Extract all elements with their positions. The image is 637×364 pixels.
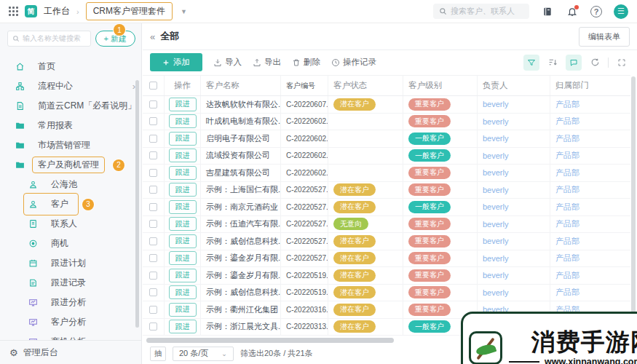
sort-icon[interactable] (545, 55, 561, 71)
dept-link[interactable]: 产品部 (555, 116, 579, 127)
table-row[interactable]: 跟进 启明电子有限公司 C-20220602... 一般客户 beverly 产… (143, 130, 630, 148)
sidebar-search-input[interactable]: 输入名称关键搜索 (7, 31, 91, 47)
chevron-down-icon[interactable]: ▼ (181, 8, 187, 15)
col-header-dept[interactable]: 归属部门 (550, 76, 630, 95)
fullscreen-icon[interactable] (614, 55, 630, 71)
follow-up-button[interactable]: 跟进 (169, 217, 197, 231)
row-checkbox[interactable] (149, 135, 157, 143)
sidebar-item-联系人[interactable]: 联系人 › (0, 214, 141, 234)
edit-form-button[interactable]: 编辑表单 (579, 27, 630, 47)
owner-link[interactable]: beverly (483, 254, 508, 263)
collapse-sidebar-icon[interactable]: « (150, 31, 154, 42)
delete-button[interactable]: 删除 (292, 57, 320, 68)
dept-link[interactable]: 产品部 (555, 167, 579, 178)
owner-link[interactable]: beverly (483, 288, 508, 297)
sidebar-item-admin[interactable]: ⚙ 管理后台 (0, 340, 141, 364)
follow-up-button[interactable]: 跟进 (169, 285, 197, 299)
sidebar-item-跟进计划[interactable]: 跟进计划 › (0, 253, 141, 273)
owner-link[interactable]: beverly (483, 134, 508, 143)
follow-up-button[interactable]: 跟进 (169, 183, 197, 197)
table-row[interactable]: 跟进 示例：伍迪汽车有限... C-20220527... 无意向 重要客户 b… (143, 216, 630, 234)
owner-link[interactable]: beverly (483, 186, 508, 194)
owner-link[interactable]: beverly (483, 117, 508, 126)
dept-link[interactable]: 产品部 (555, 270, 579, 281)
manual-icon[interactable] (541, 5, 554, 18)
sidebar-item-商机[interactable]: 商机 › (0, 234, 141, 253)
table-row[interactable]: 跟进 达孜帆软软件有限公... C-20220607... 潜在客户 重要客户 … (143, 96, 630, 114)
row-checkbox[interactable] (149, 272, 157, 280)
owner-link[interactable]: beverly (483, 220, 508, 229)
row-checkbox[interactable] (149, 203, 157, 211)
notification-bell-icon[interactable] (566, 5, 579, 18)
sidebar-item-简道云CRM「必看说明」[interactable]: 简道云CRM「必看说明」 › (0, 96, 141, 116)
avatar[interactable]: ☰ (614, 4, 628, 19)
comment-icon[interactable] (566, 55, 582, 71)
row-checkbox[interactable] (149, 169, 157, 177)
owner-link[interactable]: beverly (483, 100, 508, 108)
col-header-code[interactable]: 客户编号 (281, 76, 328, 95)
global-search-input[interactable]: 搜索客户、联系人 (433, 4, 529, 19)
follow-up-button[interactable]: 跟进 (169, 98, 197, 111)
sidebar-scrollbar[interactable] (135, 80, 139, 328)
sidebar-item-跟进分析[interactable]: 跟进分析 › (0, 293, 141, 312)
import-button[interactable]: 导入 (213, 57, 242, 68)
row-checkbox[interactable] (149, 186, 157, 194)
dept-link[interactable]: 产品部 (555, 236, 579, 247)
follow-up-button[interactable]: 跟进 (169, 200, 197, 214)
sidebar-item-客户分析[interactable]: 客户分析 › (0, 312, 141, 332)
vertical-scrollbar[interactable] (631, 76, 636, 317)
app-logo-icon[interactable]: 简 (25, 5, 37, 17)
row-checkbox[interactable] (149, 323, 157, 331)
dept-link[interactable]: 产品部 (555, 218, 579, 229)
sidebar-item-客户[interactable]: 客户 3 › (0, 194, 141, 214)
table-row[interactable]: 跟进 示例：上海国仁有限... C-20220527... 潜在客户 重要客户 … (143, 182, 630, 199)
row-checkbox[interactable] (149, 306, 157, 314)
export-button[interactable]: 导出 (253, 57, 281, 68)
app-launcher-icon[interactable] (9, 7, 18, 16)
sidebar-item-流程中心[interactable]: 流程中心 › (0, 76, 141, 96)
workspace-link[interactable]: 工作台 (44, 5, 70, 17)
follow-up-button[interactable]: 跟进 (169, 166, 197, 180)
row-checkbox[interactable] (149, 100, 157, 108)
table-row[interactable]: 跟进 吉星建筑有限公司 C-20220602... 重要客户 beverly 产… (143, 165, 630, 182)
sidebar-item-常用报表[interactable]: 常用报表 › (0, 116, 141, 135)
row-checkbox[interactable] (149, 220, 157, 228)
table-row[interactable]: 跟进 示例：威创信息科技... C-20220519... 潜在客户 重要客户 … (143, 285, 630, 302)
sidebar-item-公海池[interactable]: 公海池 › (0, 175, 141, 194)
add-button[interactable]: 添加 (150, 53, 202, 71)
dept-link[interactable]: 产品部 (555, 150, 579, 161)
sidebar-item-首页[interactable]: 首页 › (0, 57, 141, 76)
col-header-level[interactable]: 客户级别 (403, 76, 478, 95)
row-checkbox[interactable] (149, 117, 157, 125)
dept-link[interactable]: 产品部 (555, 202, 579, 213)
follow-up-button[interactable]: 跟进 (169, 114, 197, 128)
row-checkbox[interactable] (149, 151, 157, 159)
follow-up-button[interactable]: 跟进 (169, 234, 197, 248)
table-row[interactable]: 跟进 示例：鎏金岁月有限... C-20220519... 潜在客户 重要客户 … (143, 267, 630, 285)
help-icon[interactable]: ? (590, 6, 602, 17)
operation-log-button[interactable]: 操作记录 (331, 57, 376, 68)
col-header-name[interactable]: 客户名称 (201, 76, 281, 95)
row-checkbox[interactable] (149, 237, 157, 245)
follow-up-button[interactable]: 跟进 (169, 251, 197, 265)
owner-link[interactable]: beverly (483, 151, 508, 160)
sidebar-item-市场营销管理[interactable]: 市场营销管理 › (0, 135, 141, 155)
table-row[interactable]: 跟进 示例：南京元酒药业 C-20220527... 潜在客户 一般客户 bev… (143, 199, 630, 216)
row-checkbox[interactable] (149, 288, 157, 296)
filter-icon[interactable] (523, 55, 539, 71)
follow-up-button[interactable]: 跟进 (169, 269, 197, 282)
follow-up-button[interactable]: 跟进 (169, 132, 197, 146)
sidebar-item-商机分析[interactable]: 商机分析 › (0, 332, 141, 340)
sidebar-item-客户及商机管理[interactable]: 客户及商机管理 2 › (0, 155, 141, 175)
owner-link[interactable]: beverly (483, 237, 508, 245)
row-checkbox[interactable] (149, 254, 157, 262)
follow-up-button[interactable]: 跟进 (169, 303, 197, 317)
refresh-icon[interactable] (587, 55, 603, 71)
follow-up-button[interactable]: 跟进 (169, 320, 197, 333)
col-header-action[interactable]: 操作 (165, 76, 201, 95)
follow-up-button[interactable]: 跟进 (169, 149, 197, 162)
table-row[interactable]: 跟进 示例：鎏金岁月有限... C-20220527... 潜在客户 重要客户 … (143, 250, 630, 268)
dept-link[interactable]: 产品部 (555, 287, 579, 298)
dept-link[interactable]: 产品部 (555, 184, 579, 195)
col-header-status[interactable]: 客户状态 (328, 76, 403, 95)
